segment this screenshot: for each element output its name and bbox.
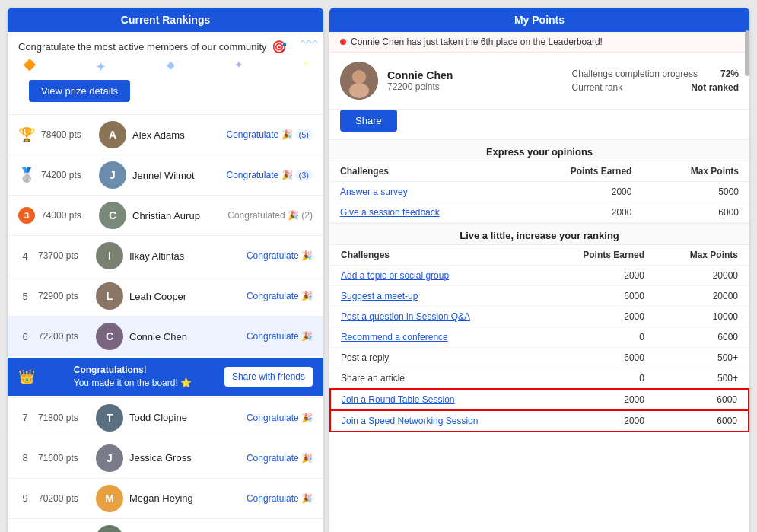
notification-bar: Connie Chen has just taken the 6th place… [329,32,749,53]
deco-icon-5: ● [304,59,308,75]
user-avatar [340,62,378,100]
challenge-link[interactable]: Suggest a meet-up [341,291,418,301]
rank-number: 5 [18,291,32,302]
section2-row-5: Post a reply 6000 500+ [330,348,749,368]
section1-table: Challenges Points Earned Max Points Answ… [329,161,749,223]
points-earned: 0 [544,327,655,348]
member-avatar: J [99,161,126,189]
challenge-link[interactable]: Join a Speed Networking Session [342,416,478,426]
share-button[interactable]: Share [340,110,397,132]
member-avatar: I [96,242,123,269]
section2-row-6: Share an article 0 500+ [330,368,749,390]
member-avatar: D [96,525,123,532]
points-earned: 2000 [515,182,642,202]
challenge-name[interactable]: Suggest a meet-up [330,286,544,307]
rankings-list: 🏆78400 ptsAAlex AdamsCongratulate 🎉 (5)🥈… [8,114,323,532]
challenge-link[interactable]: Post a question in Session Q&A [341,311,470,322]
view-prize-button[interactable]: View prize details [29,80,130,102]
notification-text: Connie Chen has just taken the 6th place… [351,37,603,47]
ranking-row-7: 771800 ptsTTodd ClopineCongratulate 🎉 [8,397,323,438]
deco-icon-3: ◆ [167,59,175,75]
ranking-row-9: 970200 ptsMMegan HeyingCongratulate 🎉 [8,478,323,518]
challenge-name[interactable]: Join a Speed Networking Session [330,410,544,432]
challenge-name[interactable]: Answer a survey [329,182,515,202]
congratulated-label[interactable]: Congratulated 🎉 (2) [227,210,313,221]
scrollbar[interactable] [745,30,749,76]
stat-row-progress: Challenge completion progress 72% [572,68,739,79]
congrats-banner: 👑 Congratulations! You made it on the bo… [8,358,323,396]
points-earned: 0 [544,368,655,390]
deco-squiggle: 〰 [301,33,317,53]
points-earned: 2000 [544,389,655,410]
crown-icon: 👑 [18,368,35,385]
congrats-text: Congratulations! You made it on the boar… [74,364,192,390]
congratulate-button[interactable]: Congratulate 🎉 [247,291,313,301]
user-info-row: Connie Chen 72200 points Challenge compl… [329,53,749,110]
points-earned: 2000 [544,266,655,286]
svg-point-3 [352,70,366,84]
progress-label: Challenge completion progress [572,68,698,79]
ranking-row-10: 1069900 ptsDDanny ZhangCongratulate 🎉 [8,518,323,532]
challenge-link[interactable]: Give a session feedback [340,207,440,218]
share-friends-button[interactable]: Share with friends [224,367,313,387]
max-points: 20000 [655,266,749,286]
col-earned-2: Points Earned [544,245,655,266]
member-avatar: T [96,404,123,432]
challenge-link[interactable]: Answer a survey [340,186,408,197]
challenge-name[interactable]: Recommend a conference [330,327,544,348]
max-points: 6000 [655,389,749,410]
user-stats: Challenge completion progress 72% Curren… [572,68,739,93]
member-avatar: A [99,121,126,148]
member-avatar: L [96,282,123,310]
congratulate-button[interactable]: Congratulate 🎉 [247,331,313,342]
challenge-link[interactable]: Recommend a conference [341,332,448,342]
congratulate-button[interactable]: Congratulate 🎉 [247,413,313,423]
col-challenges-1: Challenges [329,161,515,182]
points-earned: 2000 [544,307,655,327]
congratulate-button[interactable]: Congratulate 🎉 [247,493,313,504]
rank-number: 4 [18,250,32,262]
member-pts: 71800 pts [38,413,90,423]
challenge-link[interactable]: Join a Round Table Session [342,394,455,405]
celebrate-icon: 🎯 [272,40,287,54]
congratulate-text: Congratulate the most active members of … [18,41,267,53]
member-name: Jennel Wilmot [132,170,221,181]
rank-label: Current rank [572,82,623,93]
max-points: 5000 [642,182,749,202]
congratulate-button[interactable]: Congratulate 🎉 (3) [227,170,313,180]
col-max-1: Max Points [642,161,749,182]
stat-row-rank: Current rank Not ranked [572,82,739,93]
challenge-name[interactable]: Give a session feedback [329,202,515,223]
congratulate-banner: Congratulate the most active members of … [8,32,323,59]
challenge-name[interactable]: Add a topic or social group [330,266,544,286]
member-name: Christian Aurup [132,210,221,221]
challenge-link: Share an article [341,373,405,384]
challenge-name[interactable]: Join a Round Table Session [330,389,544,410]
points-earned: 2000 [544,410,655,432]
member-name: Jessica Gross [129,452,240,464]
rank-number: 6 [18,331,32,342]
member-name: Todd Clopine [129,412,240,423]
trophy-icon: 3 [18,207,35,224]
congratulate-button[interactable]: Congratulate 🎉 [247,453,313,464]
svg-point-2 [349,83,369,98]
section1-row-1: Answer a survey 2000 5000 [329,182,749,202]
progress-val: 72% [720,68,739,79]
challenge-name[interactable]: Post a question in Session Q&A [330,307,544,327]
congratulate-button[interactable]: Congratulate 🎉 [247,250,313,261]
section2-row-3: Post a question in Session Q&A 2000 1000… [330,307,749,327]
member-avatar: C [99,202,126,229]
trophy-icon: 🏆 [18,126,35,143]
challenge-link[interactable]: Add a topic or social group [341,270,449,281]
congratulate-button[interactable]: Congratulate 🎉 (5) [227,129,313,140]
deco-icon-4: ✦ [234,59,243,75]
member-pts: 74200 pts [41,170,93,180]
ranking-row-8: 871600 ptsJJessica GrossCongratulate 🎉 [8,438,323,478]
left-panel-header: Current Rankings [8,8,323,32]
section1-row-2: Give a session feedback 2000 6000 [329,202,749,223]
col-max-2: Max Points [655,245,749,266]
member-avatar: C [96,323,123,350]
member-name: Connie Chen [129,331,240,342]
points-earned: 6000 [544,348,655,368]
section1-header-row: Challenges Points Earned Max Points [329,161,749,182]
